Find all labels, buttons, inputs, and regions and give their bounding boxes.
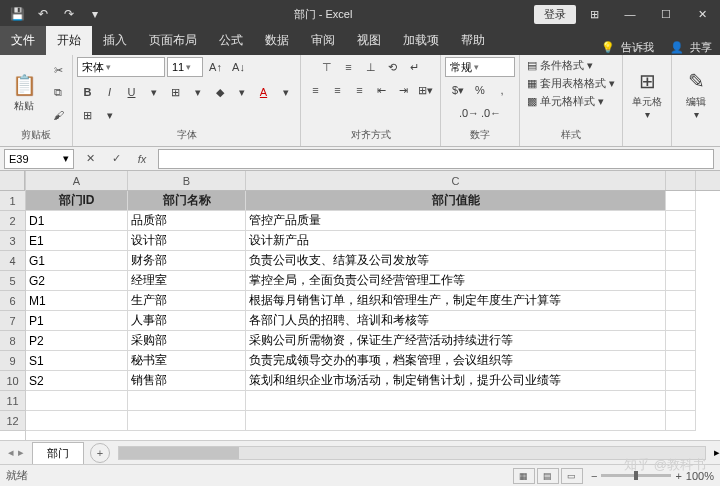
decrease-indent-icon[interactable]: ⇤ <box>371 80 392 100</box>
sheet-nav-prev-icon[interactable]: ◂ <box>8 446 14 459</box>
zoom-level[interactable]: 100% <box>686 470 714 482</box>
zoom-slider[interactable] <box>601 474 671 477</box>
number-format-combo[interactable]: 常规▾ <box>445 57 515 77</box>
col-header[interactable]: B <box>128 171 246 190</box>
tab-view[interactable]: 视图 <box>346 26 392 55</box>
cell[interactable]: 人事部 <box>128 311 246 331</box>
tab-data[interactable]: 数据 <box>254 26 300 55</box>
shrink-font-icon[interactable]: A↓ <box>228 57 249 77</box>
tab-layout[interactable]: 页面布局 <box>138 26 208 55</box>
col-header[interactable]: A <box>26 171 128 190</box>
row-header[interactable]: 2 <box>0 211 25 231</box>
table-format-button[interactable]: ▦套用表格格式▾ <box>524 75 618 92</box>
cell[interactable]: 财务部 <box>128 251 246 271</box>
cell[interactable]: 设计新产品 <box>246 231 666 251</box>
col-header[interactable]: C <box>246 171 666 190</box>
cell[interactable]: 负责完成领导交办的事项，档案管理，会议组织等 <box>246 351 666 371</box>
undo-icon[interactable]: ↶ <box>32 3 54 25</box>
fill-color-button[interactable]: ◆ <box>209 82 230 102</box>
cell[interactable]: 负责公司收支、结算及公司发放等 <box>246 251 666 271</box>
comma-icon[interactable]: , <box>492 80 513 100</box>
editing-button[interactable]: ✎编辑▾ <box>676 61 716 127</box>
bold-button[interactable]: B <box>77 82 98 102</box>
cell[interactable]: 经理室 <box>128 271 246 291</box>
align-middle-icon[interactable]: ≡ <box>338 57 359 77</box>
tab-file[interactable]: 文件 <box>0 26 46 55</box>
cell-styles-button[interactable]: ▩单元格样式▾ <box>524 93 607 110</box>
tab-formulas[interactable]: 公式 <box>208 26 254 55</box>
add-sheet-button[interactable]: + <box>90 443 110 463</box>
header-cell[interactable]: 部门名称 <box>128 191 246 211</box>
grow-font-icon[interactable]: A↑ <box>205 57 226 77</box>
cell[interactable]: G2 <box>26 271 128 291</box>
save-icon[interactable]: 💾 <box>6 3 28 25</box>
font-size-combo[interactable]: 11▾ <box>167 57 203 77</box>
scroll-right-icon[interactable]: ▸ <box>714 446 720 459</box>
copy-icon[interactable]: ⧉ <box>48 83 68 103</box>
customize-qat-icon[interactable]: ▾ <box>84 3 106 25</box>
align-left-icon[interactable]: ≡ <box>305 80 326 100</box>
cells-button[interactable]: ⊞单元格▾ <box>627 61 667 127</box>
tell-me-button[interactable]: 告诉我 <box>621 40 654 55</box>
cell[interactable] <box>128 411 246 431</box>
conditional-format-button[interactable]: ▤条件格式▾ <box>524 57 596 74</box>
wrap-text-icon[interactable]: ↵ <box>404 57 425 77</box>
login-button[interactable]: 登录 <box>534 5 576 24</box>
align-center-icon[interactable]: ≡ <box>327 80 348 100</box>
font-color-button[interactable]: A <box>253 82 274 102</box>
cell[interactable]: 品质部 <box>128 211 246 231</box>
name-box[interactable]: E39▾ <box>4 149 74 169</box>
enter-icon[interactable]: ✓ <box>106 149 126 169</box>
merge-button[interactable]: ⊞▾ <box>415 80 436 100</box>
tab-insert[interactable]: 插入 <box>92 26 138 55</box>
row-header[interactable]: 6 <box>0 291 25 311</box>
increase-decimal-icon[interactable]: .0→ <box>459 103 480 123</box>
header-cell[interactable]: 部门值能 <box>246 191 666 211</box>
cell[interactable]: S2 <box>26 371 128 391</box>
phonetic-icon[interactable]: ⊞ <box>77 105 98 125</box>
font-name-combo[interactable]: 宋体▾ <box>77 57 165 77</box>
spreadsheet-grid[interactable]: 1 23456789101112 A B C 部门ID 部门名称 部门值能 D1… <box>0 171 720 440</box>
cell[interactable] <box>128 391 246 411</box>
cell[interactable]: D1 <box>26 211 128 231</box>
row-header[interactable]: 7 <box>0 311 25 331</box>
underline-button[interactable]: U <box>121 82 142 102</box>
cut-icon[interactable]: ✂ <box>48 61 68 81</box>
orientation-icon[interactable]: ⟲ <box>382 57 403 77</box>
row-header[interactable]: 12 <box>0 411 25 431</box>
cell[interactable] <box>26 391 128 411</box>
share-button[interactable]: 共享 <box>690 40 712 55</box>
cell[interactable]: P1 <box>26 311 128 331</box>
sheet-tab[interactable]: 部门 <box>32 442 84 464</box>
zoom-out-icon[interactable]: − <box>591 470 597 482</box>
ribbon-options-icon[interactable]: ⊞ <box>576 0 612 28</box>
align-right-icon[interactable]: ≡ <box>349 80 370 100</box>
format-painter-icon[interactable]: 🖌 <box>48 105 68 125</box>
align-bottom-icon[interactable]: ⊥ <box>360 57 381 77</box>
cell[interactable]: 采购公司所需物资，保证生产经营活动持续进行等 <box>246 331 666 351</box>
cell[interactable]: P2 <box>26 331 128 351</box>
increase-indent-icon[interactable]: ⇥ <box>393 80 414 100</box>
row-header[interactable]: 9 <box>0 351 25 371</box>
align-top-icon[interactable]: ⊤ <box>316 57 337 77</box>
currency-icon[interactable]: $▾ <box>448 80 469 100</box>
row-header[interactable]: 5 <box>0 271 25 291</box>
cell[interactable]: 秘书室 <box>128 351 246 371</box>
cell[interactable]: G1 <box>26 251 128 271</box>
formula-input[interactable] <box>158 149 714 169</box>
cell[interactable] <box>246 391 666 411</box>
row-header[interactable]: 8 <box>0 331 25 351</box>
maximize-icon[interactable]: ☐ <box>648 0 684 28</box>
tab-addins[interactable]: 加载项 <box>392 26 450 55</box>
decrease-decimal-icon[interactable]: .0← <box>481 103 502 123</box>
sheet-nav-next-icon[interactable]: ▸ <box>18 446 24 459</box>
cell[interactable] <box>246 411 666 431</box>
italic-button[interactable]: I <box>99 82 120 102</box>
row-header[interactable]: 1 <box>0 191 25 211</box>
tab-help[interactable]: 帮助 <box>450 26 496 55</box>
percent-icon[interactable]: % <box>470 80 491 100</box>
tab-home[interactable]: 开始 <box>46 26 92 55</box>
normal-view-icon[interactable]: ▦ <box>513 468 535 484</box>
row-header[interactable]: 11 <box>0 391 25 411</box>
col-header[interactable] <box>666 171 696 190</box>
